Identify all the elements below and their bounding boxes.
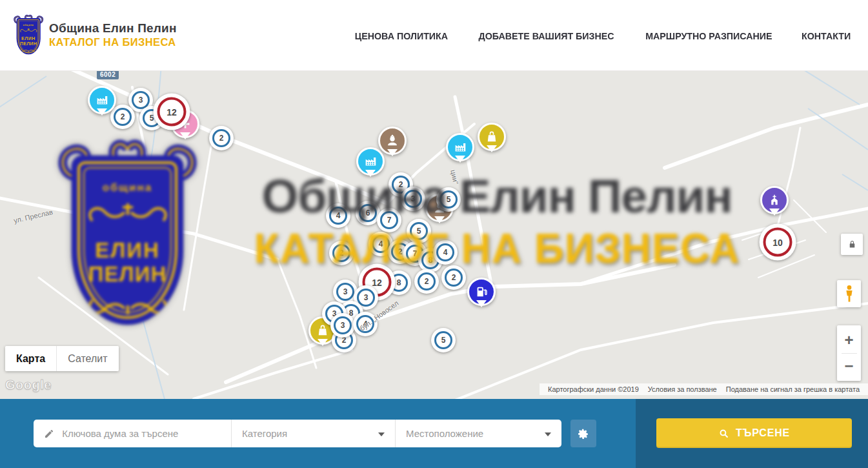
attribution-report-link[interactable]: Подаване на сигнал за грешка в картата [722,385,864,393]
category-dropdown[interactable]: Категория [231,420,395,447]
crest-ornament-bottom-icon [19,48,37,54]
site-subtitle: КАТАЛОГ НА БИЗНЕСА [49,36,177,48]
nav-item-contacts[interactable]: КОНТАКТИ [802,30,851,41]
search-bar: Категория Местоположение ТЪРСЕНЕ [0,399,868,468]
zoom-in-button[interactable]: + [837,328,861,352]
crest-shield: община ЕЛИН ПЕЛИН [17,18,41,54]
nav-item-add-business[interactable]: ДОБАВЕТЕ ВАШИЯТ БИЗНЕС [478,30,614,41]
attribution-copyright: Картографски данни ©2019 [543,385,643,393]
category-placeholder: Категория [242,428,287,439]
crest-ornament-icon [19,27,37,35]
nav-item-route-schedule[interactable]: МАРШРУТНО РАЗПИСАНИЕ [645,30,772,41]
nav-item-pricing[interactable]: ЦЕНОВА ПОЛИТИКА [355,30,448,41]
chevron-down-icon [545,432,551,440]
chevron-down-icon [378,432,385,440]
location-placeholder: Местоположение [406,428,483,439]
municipality-crest-icon: община ЕЛИН ПЕЛИН [13,14,44,56]
site-logo[interactable]: община ЕЛИН ПЕЛИН [13,14,46,58]
map-type-satellite-button[interactable]: Сателит [56,346,118,371]
crest-name-line1: ЕЛИН [17,36,41,41]
lock-button[interactable] [841,234,863,255]
keyword-field[interactable] [34,420,231,447]
search-icon [718,428,729,439]
map-type-control: Карта Сателит [5,346,119,371]
pencil-icon [44,428,54,440]
page: община ЕЛИН ПЕЛИН [0,0,868,468]
crest-name-line2: ПЕЛИН [17,41,41,46]
header: община ЕЛИН ПЕЛИН [0,0,868,71]
attribution-terms-link[interactable]: Условия за ползване [643,385,722,393]
main-nav: ЦЕНОВА ПОЛИТИКА ДОБАВЕТЕ ВАШИЯТ БИЗНЕС М… [352,0,852,71]
keyword-input[interactable] [62,428,221,439]
zoom-out-button[interactable]: − [837,354,861,378]
search-submit-button[interactable]: ТЪРСЕНЕ [656,418,852,448]
map-controls-layer: Карта Сателит Google Картографски данни … [0,71,868,399]
pegman-icon [843,284,856,303]
lock-icon [847,239,857,249]
site-title: Община Елин Пелин [49,21,177,36]
location-dropdown[interactable]: Местоположение [395,420,561,447]
advanced-search-button[interactable] [570,420,596,447]
map-attribution: Картографски данни ©2019 Условия за полз… [540,383,868,395]
zoom-control: + − [837,325,861,381]
google-logo[interactable]: Google [5,378,52,392]
search-fields: Категория Местоположение [34,420,561,447]
site-titles: Община Елин Пелин КАТАЛОГ НА БИЗНЕСА [49,21,177,48]
map-type-map-button[interactable]: Карта [5,346,56,371]
crest-small-text: община [17,24,41,26]
pegman-button[interactable] [837,280,861,307]
gear-icon [577,427,590,440]
google-map[interactable]: 3251222356475242784228123383234510ул. Пр… [0,71,868,399]
search-submit-label: ТЪРСЕНЕ [736,427,790,439]
